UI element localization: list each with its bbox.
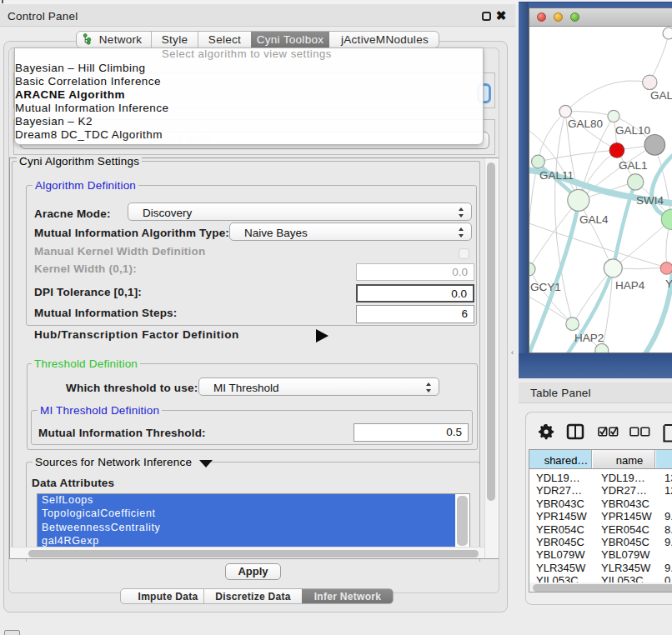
svg-text:HAP4: HAP4 <box>615 279 645 292</box>
svg-text:GAL11: GAL11 <box>539 169 574 182</box>
svg-text:GAL4: GAL4 <box>579 213 609 226</box>
svg-text:GAL1: GAL1 <box>619 159 648 172</box>
svg-text:HAP2: HAP2 <box>574 332 604 344</box>
svg-text:GAL10: GAL10 <box>615 124 650 137</box>
svg-text:GCY1: GCY1 <box>530 281 561 293</box>
svg-text:GAL2: GAL2 <box>650 89 672 102</box>
svg-text:YOL: YOL <box>665 278 672 290</box>
svg-text:SWI4: SWI4 <box>636 194 664 207</box>
svg-text:GAL80: GAL80 <box>568 118 603 130</box>
